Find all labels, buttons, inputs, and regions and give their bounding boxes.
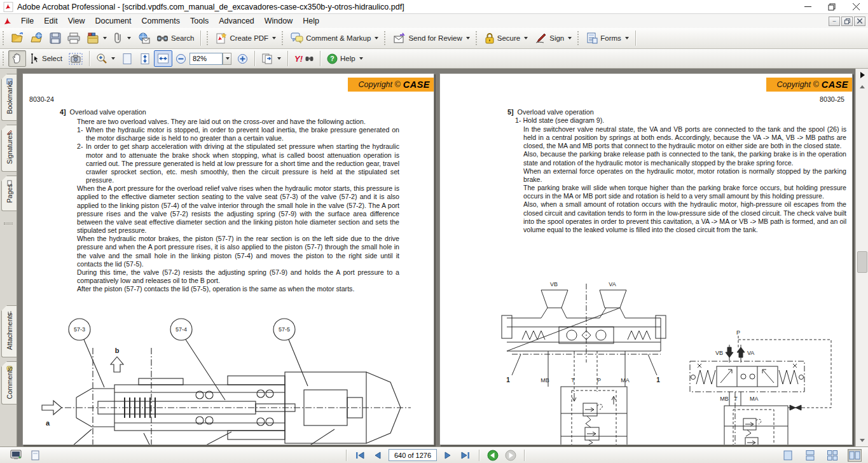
page-number-field[interactable]	[389, 449, 437, 461]
doc-restore-button[interactable]	[841, 17, 853, 26]
previous-view-button[interactable]	[486, 449, 500, 462]
toolbar-grip[interactable]	[384, 31, 388, 45]
menu-advanced[interactable]: Advanced	[214, 15, 259, 27]
attach-caret	[127, 37, 131, 39]
scroll-up-icon	[860, 85, 865, 88]
snapshot-tool-button[interactable]	[65, 50, 86, 67]
list-item: 2- In order to get sharp acceleration wi…	[77, 142, 399, 184]
scrollbar-thumb[interactable]	[857, 251, 867, 273]
next-page-button[interactable]	[441, 449, 455, 462]
single-page-layout-button[interactable]	[781, 449, 795, 462]
attach-button[interactable]	[110, 30, 134, 46]
section-number: 4]	[60, 108, 66, 116]
email-button[interactable]	[134, 30, 153, 46]
case-logo: CASE	[403, 79, 430, 90]
toolbar-grip[interactable]	[282, 31, 286, 45]
print-button[interactable]	[64, 30, 83, 46]
case-logo: CASE	[822, 79, 848, 90]
tab-comments[interactable]: Comments	[1, 361, 17, 404]
switchover-valve-diagram: VB VA 1 1 MB T P MA P VB VA MB T MA	[500, 279, 853, 445]
tab-signatures[interactable]: Signatures	[1, 125, 17, 172]
hand-tool-button[interactable]	[8, 50, 26, 67]
paragraph: When an external force operates on the h…	[523, 167, 846, 184]
menu-document[interactable]: Document	[90, 15, 137, 27]
restore-button[interactable]	[820, 0, 844, 13]
menu-edit[interactable]: Edit	[39, 15, 63, 27]
send-for-review-button[interactable]: Send for Review	[390, 30, 472, 46]
menu-file[interactable]: File	[16, 15, 39, 27]
save-button[interactable]	[46, 30, 64, 46]
zoom-level-field[interactable]	[189, 53, 223, 65]
port-vb-label: VB	[550, 281, 558, 287]
zoom-level-dropdown[interactable]	[223, 53, 231, 65]
toolbar-grip[interactable]	[476, 31, 479, 45]
zoom-out-button[interactable]	[172, 51, 189, 67]
search-label: Search	[171, 34, 194, 42]
comment-markup-button[interactable]: Comment & Markup	[287, 30, 382, 46]
continuous-layout-button[interactable]	[803, 449, 817, 462]
paragraph: After the piston (57-7) contacts the lid…	[77, 285, 399, 293]
toolbar-grip[interactable]	[577, 31, 581, 45]
forms-button[interactable]: Forms	[583, 30, 632, 46]
toolbar-separator	[89, 51, 90, 66]
menu-comments[interactable]: Comments	[137, 15, 185, 27]
menu-help[interactable]: Help	[298, 15, 324, 27]
menu-view[interactable]: View	[63, 15, 90, 27]
schematic-va-label: VA	[747, 350, 754, 356]
secure-label: Secure	[497, 34, 520, 42]
select-tool-label: Select	[42, 55, 62, 62]
page-display-button[interactable]	[258, 50, 284, 67]
show-panel-button[interactable]	[857, 70, 868, 80]
reading-mode-icon[interactable]	[10, 450, 23, 460]
last-page-button[interactable]	[458, 449, 472, 462]
schematic-mb-label: MB	[720, 396, 729, 402]
doc-close-button[interactable]	[854, 17, 865, 26]
sub-item-text: Hold state (see diagram 9).	[523, 116, 604, 124]
vertical-scrollbar[interactable]	[855, 69, 868, 446]
callout-1-left: 1	[506, 377, 510, 384]
first-page-button[interactable]	[353, 449, 367, 462]
sign-button[interactable]: Sign	[531, 30, 575, 46]
copyright-banner: Copyright © CASE	[766, 78, 852, 92]
toolbar-grip[interactable]	[3, 31, 6, 45]
previous-page-button[interactable]	[371, 449, 385, 462]
scroll-down-button[interactable]	[857, 435, 868, 445]
toolbar-grip[interactable]	[207, 31, 210, 45]
tab-bookmarks[interactable]: Bookmarks	[1, 74, 17, 121]
menu-tools[interactable]: Tools	[185, 15, 214, 27]
zoom-tool-button[interactable]	[93, 50, 118, 67]
tab-attachments[interactable]: Attachments	[1, 305, 17, 357]
close-button[interactable]	[844, 0, 868, 13]
menu-window[interactable]: Window	[259, 15, 298, 27]
yahoo-logo: Y!	[294, 54, 303, 64]
navigation-tab-strip: Bookmarks Signatures Pages Attachments C…	[0, 69, 17, 446]
schematic-ma-label: MA	[750, 396, 759, 402]
help-button[interactable]: ? Help	[324, 51, 366, 67]
doc-minimize-button[interactable]: –	[829, 17, 840, 26]
facing-layout-button[interactable]	[848, 449, 862, 462]
search-button[interactable]: Search	[153, 31, 197, 46]
open-button[interactable]	[8, 30, 27, 46]
continuous-facing-layout-button[interactable]	[825, 449, 839, 462]
create-pdf-button[interactable]: Create PDF	[212, 30, 279, 46]
page-view-icon[interactable]	[31, 450, 40, 460]
fit-width-button[interactable]	[154, 50, 172, 67]
fit-page-button[interactable]	[118, 50, 136, 67]
paragraph: In the switchover valve neutral state, t…	[523, 125, 846, 150]
fit-height-button[interactable]	[136, 50, 154, 67]
copyright-prefix: Copyright ©	[359, 80, 401, 89]
scroll-up-button[interactable]	[857, 81, 868, 92]
tab-pages[interactable]: Pages	[1, 176, 17, 211]
body-text: There are two overload valves. They are …	[77, 118, 399, 293]
organizer-button[interactable]	[83, 30, 110, 46]
secure-button[interactable]: Secure	[481, 30, 531, 46]
panel-splitter-grip[interactable]	[4, 223, 13, 225]
scroll-down-icon	[860, 439, 865, 442]
next-view-button[interactable]	[504, 449, 518, 462]
toolbar-grip[interactable]	[3, 52, 6, 66]
minimize-button[interactable]	[796, 0, 820, 13]
yahoo-search-button[interactable]: Y!	[291, 52, 317, 66]
open-web-page-button[interactable]	[27, 30, 46, 46]
select-tool-button[interactable]: Select	[26, 51, 65, 66]
zoom-in-button[interactable]	[234, 51, 251, 67]
